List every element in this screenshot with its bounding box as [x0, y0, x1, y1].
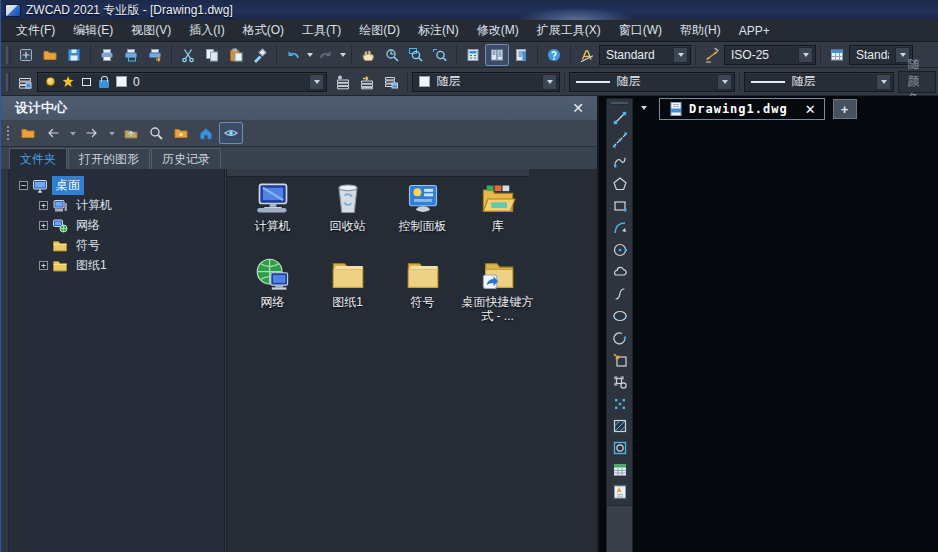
- ray-button[interactable]: [608, 129, 631, 151]
- tab-历史记录[interactable]: 历史记录: [151, 148, 221, 169]
- tree-item-符号[interactable]: +符号: [9, 235, 224, 255]
- revision-cloud-button[interactable]: [608, 261, 631, 283]
- menu-item-5[interactable]: 工具(T): [293, 20, 350, 41]
- panel-toolbar-grip[interactable]: [5, 124, 11, 142]
- gradient-button[interactable]: [608, 437, 631, 459]
- open-button[interactable]: [38, 44, 62, 66]
- content-item-库[interactable]: 库: [460, 181, 535, 257]
- dc-favorites-button[interactable]: [169, 122, 193, 144]
- mtext-button[interactable]: [608, 481, 631, 503]
- match-properties-button[interactable]: [248, 44, 272, 66]
- collapse-icon[interactable]: −: [19, 181, 28, 190]
- content-item-控制面板[interactable]: 控制面板: [385, 181, 460, 257]
- zoom-window-button[interactable]: [404, 44, 428, 66]
- design-center-button[interactable]: [485, 44, 509, 66]
- tab-close-icon[interactable]: ✕: [805, 102, 816, 117]
- layer-combo[interactable]: 0: [37, 72, 327, 92]
- undo-button[interactable]: [281, 44, 305, 66]
- menu-item-8[interactable]: 修改(M): [468, 20, 528, 41]
- point-button[interactable]: [608, 393, 631, 415]
- rectangle-button[interactable]: [608, 195, 631, 217]
- text-style-button[interactable]: [575, 44, 599, 66]
- toolbar-grip[interactable]: [6, 46, 11, 64]
- redo-button[interactable]: [314, 44, 338, 66]
- tree-item-桌面[interactable]: −桌面: [9, 175, 224, 195]
- zoom-realtime-button[interactable]: [380, 44, 404, 66]
- layer-states-button[interactable]: [379, 71, 403, 93]
- drawing-area[interactable]: Drawing1.dwg ✕ +: [599, 96, 938, 552]
- close-panel-button[interactable]: ✕: [569, 100, 587, 116]
- dc-home-button[interactable]: [194, 122, 218, 144]
- expand-icon[interactable]: +: [39, 201, 48, 210]
- properties-button[interactable]: [461, 44, 485, 66]
- lineweight-combo[interactable]: 随层: [744, 72, 894, 92]
- dc-menu-caret-button[interactable]: [105, 122, 118, 144]
- arc-button[interactable]: [608, 217, 631, 239]
- toolbar-grip[interactable]: [6, 73, 10, 91]
- copy-button[interactable]: [200, 44, 224, 66]
- pan-button[interactable]: [356, 44, 380, 66]
- undo-dropdown[interactable]: [305, 44, 314, 66]
- content-item-符号[interactable]: 符号: [385, 257, 460, 333]
- menu-item-4[interactable]: 格式(O): [234, 20, 293, 41]
- layer-manager-button[interactable]: [13, 71, 37, 93]
- menu-item-7[interactable]: 标注(N): [409, 20, 468, 41]
- dim-style-button[interactable]: [700, 44, 724, 66]
- color-combo[interactable]: 随层: [412, 72, 560, 92]
- dc-menu-caret-button[interactable]: [66, 122, 79, 144]
- tree-item-网络[interactable]: +网络: [9, 215, 224, 235]
- print-preview-button[interactable]: [119, 44, 143, 66]
- hatch-button[interactable]: [608, 415, 631, 437]
- menu-item-6[interactable]: 绘图(D): [350, 20, 409, 41]
- print-button[interactable]: [95, 44, 119, 66]
- layer-previous-button[interactable]: [355, 71, 379, 93]
- text-style-combo[interactable]: Standard: [599, 45, 691, 65]
- content-item-桌面快捷键方式 - ...[interactable]: 桌面快捷键方式 - ...: [460, 257, 535, 333]
- circle-button[interactable]: [608, 239, 631, 261]
- cut-button[interactable]: [176, 44, 200, 66]
- tab-文件夹[interactable]: 文件夹: [9, 148, 67, 169]
- save-button[interactable]: [62, 44, 86, 66]
- panel-grip[interactable]: [1, 169, 9, 552]
- dc-forward-button[interactable]: [80, 122, 104, 144]
- menu-item-9[interactable]: 扩展工具(X): [528, 20, 610, 41]
- layer-current-button[interactable]: [331, 71, 355, 93]
- polygon-button[interactable]: [608, 173, 631, 195]
- table-style-button[interactable]: [825, 44, 849, 66]
- menu-item-1[interactable]: 编辑(E): [64, 20, 122, 41]
- document-tab[interactable]: Drawing1.dwg ✕: [659, 98, 825, 120]
- content-item-图纸1[interactable]: 图纸1: [310, 257, 385, 333]
- dc-search-button[interactable]: [144, 122, 168, 144]
- zoom-previous-button[interactable]: [428, 44, 452, 66]
- dc-up-button[interactable]: [119, 122, 143, 144]
- dim-style-combo[interactable]: ISO-25: [724, 45, 816, 65]
- menu-item-2[interactable]: 视图(V): [122, 20, 180, 41]
- toolbar-grip[interactable]: [611, 102, 628, 105]
- tree-item-图纸1[interactable]: +图纸1: [9, 255, 224, 275]
- redo-dropdown[interactable]: [338, 44, 347, 66]
- paste-button[interactable]: [224, 44, 248, 66]
- tree-item-计算机[interactable]: +计算机: [9, 195, 224, 215]
- tab-打开的图形[interactable]: 打开的图形: [68, 148, 150, 169]
- menu-item-11[interactable]: 帮助(H): [671, 20, 730, 41]
- dc-dc-load-button[interactable]: [16, 122, 40, 144]
- expand-icon[interactable]: +: [39, 261, 48, 270]
- menu-item-3[interactable]: 插入(I): [180, 20, 233, 41]
- table-style-combo[interactable]: Standard: [849, 45, 913, 65]
- insert-block-button[interactable]: [608, 349, 631, 371]
- publish-button[interactable]: [143, 44, 167, 66]
- menu-item-10[interactable]: 窗口(W): [610, 20, 671, 41]
- new-button[interactable]: [14, 44, 38, 66]
- tab-list-menu-button[interactable]: [637, 100, 651, 115]
- tool-palettes-button[interactable]: [509, 44, 533, 66]
- linetype-combo[interactable]: 随层: [569, 72, 735, 92]
- new-tab-button[interactable]: +: [833, 99, 857, 119]
- menu-item-0[interactable]: 文件(F): [7, 20, 64, 41]
- expand-icon[interactable]: +: [39, 221, 48, 230]
- menu-item-12[interactable]: APP+: [730, 22, 779, 40]
- make-block-button[interactable]: [608, 371, 631, 393]
- table-button[interactable]: [608, 459, 631, 481]
- line-button[interactable]: [608, 107, 631, 129]
- ellipse-arc-button[interactable]: [608, 327, 631, 349]
- dc-preview-eye-button[interactable]: [219, 122, 243, 144]
